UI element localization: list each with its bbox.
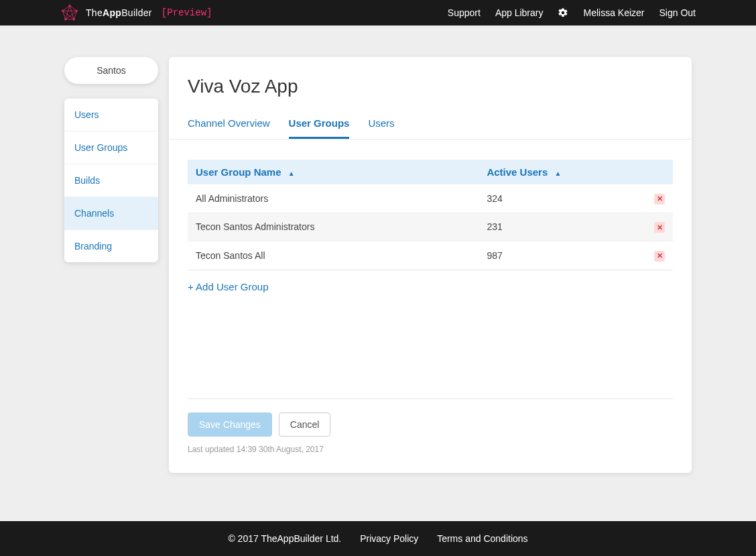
delete-row-button[interactable]: ✕ — [654, 194, 665, 205]
table-row: Tecon Santos All 987 ✕ — [188, 241, 673, 270]
settings-gear-icon[interactable] — [558, 7, 568, 18]
table-row: All Administrators 324 ✕ — [188, 184, 673, 213]
sort-asc-icon: ▲ — [554, 170, 561, 177]
page-title: Viva Voz App — [188, 76, 673, 97]
nav-app-library[interactable]: App Library — [495, 7, 544, 18]
col-header-active-users[interactable]: Active Users ▲ — [479, 160, 600, 184]
side-nav: Users User Groups Builds Channels Brandi… — [64, 99, 158, 262]
delete-row-button[interactable]: ✕ — [654, 251, 665, 262]
brand-name: TheAppBuilder — [86, 7, 152, 18]
col-header-name[interactable]: User Group Name ▲ — [188, 160, 479, 184]
brand-the: The — [86, 7, 103, 18]
sidebar: Santos Users User Groups Builds Channels… — [64, 57, 158, 262]
footer-privacy[interactable]: Privacy Policy — [360, 533, 418, 544]
brand-builder: Builder — [121, 7, 152, 18]
sidebar-item-builds[interactable]: Builds — [64, 164, 158, 197]
cell-users: 987 — [479, 241, 600, 270]
topbar: TheAppBuilder [Preview] Support App Libr… — [0, 0, 756, 25]
tabs: Channel Overview User Groups Users — [169, 111, 692, 140]
content-area: User Group Name ▲ Active Users ▲ All Adm… — [188, 140, 673, 454]
nav-user-name[interactable]: Melissa Keizer — [583, 7, 644, 18]
sidebar-item-users[interactable]: Users — [64, 99, 158, 131]
org-name: Santos — [97, 65, 126, 76]
sort-asc-icon: ▲ — [288, 170, 295, 177]
tab-user-groups[interactable]: User Groups — [289, 111, 350, 139]
col-header-users-label: Active Users — [487, 166, 548, 178]
col-header-name-label: User Group Name — [196, 166, 281, 178]
nav-sign-out[interactable]: Sign Out — [659, 7, 696, 18]
brand-app: App — [103, 7, 121, 18]
table-row: Tecon Santos Administrators 231 ✕ — [188, 213, 673, 241]
cell-users: 324 — [479, 184, 600, 213]
footer-terms[interactable]: Terms and Conditions — [437, 533, 527, 544]
nav-support[interactable]: Support — [448, 7, 481, 18]
footer: © 2017 TheAppBuilder Ltd. Privacy Policy… — [0, 521, 756, 556]
org-pill[interactable]: Santos — [64, 57, 158, 84]
save-button[interactable]: Save Changes — [188, 412, 272, 437]
user-groups-table: User Group Name ▲ Active Users ▲ All Adm… — [188, 160, 673, 270]
top-nav: Support App Library Melissa Keizer Sign … — [448, 7, 696, 18]
brand: TheAppBuilder [Preview] — [60, 3, 212, 22]
cell-name: Tecon Santos All — [188, 241, 479, 270]
cell-name: Tecon Santos Administrators — [188, 213, 479, 241]
delete-row-button[interactable]: ✕ — [654, 222, 665, 233]
brand-preview-tag: [Preview] — [162, 7, 212, 18]
cell-name: All Administrators — [188, 184, 479, 213]
brand-logo-icon — [60, 3, 79, 22]
last-updated-text: Last updated 14:39 30th August, 2017 — [188, 445, 673, 454]
cancel-button[interactable]: Cancel — [279, 412, 331, 437]
footer-copyright: © 2017 TheAppBuilder Ltd. — [228, 533, 341, 544]
spacer — [188, 292, 673, 399]
tab-channel-overview[interactable]: Channel Overview — [188, 111, 270, 139]
main-card: Viva Voz App Channel Overview User Group… — [169, 57, 692, 473]
sidebar-item-user-groups[interactable]: User Groups — [64, 131, 158, 164]
actions-bar: Save Changes Cancel — [188, 398, 673, 437]
cell-users: 231 — [479, 213, 600, 241]
col-header-delete — [600, 160, 673, 184]
sidebar-item-channels[interactable]: Channels — [64, 197, 158, 230]
tab-users[interactable]: Users — [368, 111, 394, 139]
sidebar-item-branding[interactable]: Branding — [64, 230, 158, 262]
add-user-group-link[interactable]: + Add User Group — [188, 281, 673, 292]
page-body: Santos Users User Groups Builds Channels… — [0, 25, 756, 521]
